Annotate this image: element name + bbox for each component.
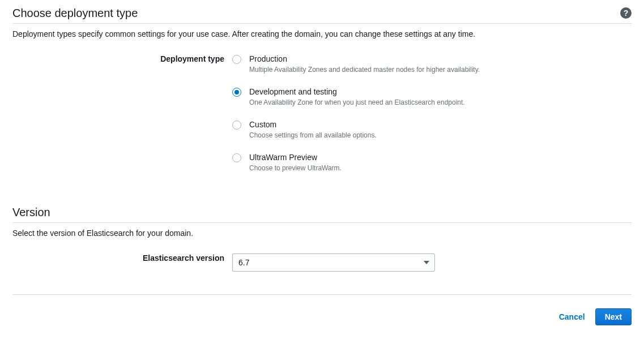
radio-desc: One Availability Zone for when you just … — [249, 98, 632, 106]
field-label-es-version: Elasticsearch version — [12, 253, 232, 272]
section-desc-version: Select the version of Elasticsearch for … — [12, 229, 632, 238]
radio-label: UltraWarm Preview — [249, 153, 632, 162]
footer-separator — [12, 294, 632, 295]
radio-icon — [232, 55, 241, 64]
radio-label: Development and testing — [249, 87, 632, 96]
elasticsearch-version-select[interactable]: 6.7 — [232, 253, 435, 272]
radio-desc: Choose settings from all available optio… — [249, 131, 632, 139]
radio-desc: Multiple Availability Zones and dedicate… — [249, 66, 632, 74]
radio-option-production[interactable]: Production Multiple Availability Zones a… — [232, 54, 632, 74]
section-title-deployment: Choose deployment type — [12, 7, 138, 20]
radio-icon — [232, 153, 241, 162]
radio-option-ultrawarm-preview[interactable]: UltraWarm Preview Choose to preview Ultr… — [232, 153, 632, 172]
radio-icon — [232, 121, 241, 130]
deployment-type-options: Production Multiple Availability Zones a… — [232, 54, 632, 172]
radio-desc: Choose to preview UltraWarm. — [249, 164, 632, 172]
radio-icon — [232, 88, 241, 97]
radio-option-custom[interactable]: Custom Choose settings from all availabl… — [232, 120, 632, 139]
next-button[interactable]: Next — [595, 308, 632, 325]
help-icon[interactable]: ? — [620, 7, 632, 19]
radio-option-development-testing[interactable]: Development and testing One Availability… — [232, 87, 632, 106]
radio-label: Custom — [249, 120, 632, 129]
section-desc-deployment: Deployment types specify common settings… — [12, 29, 632, 38]
cancel-button[interactable]: Cancel — [559, 312, 585, 321]
field-label-deployment-type: Deployment type — [12, 54, 232, 172]
section-title-version: Version — [12, 206, 50, 219]
radio-label: Production — [249, 54, 632, 63]
